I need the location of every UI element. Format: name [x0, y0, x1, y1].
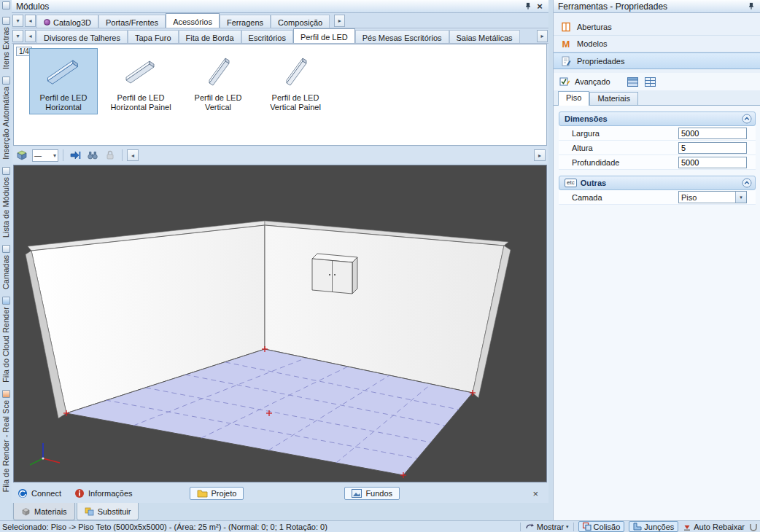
group-header-dimensoes[interactable]: Dimensões: [559, 112, 756, 126]
lock-icon[interactable]: [103, 149, 117, 162]
tab-label: Acessórios: [173, 17, 212, 26]
group-header-outras[interactable]: etc Outras: [559, 176, 756, 190]
chevron-down-icon: ▾: [735, 192, 746, 203]
modules-panel-title: Módulos: [15, 1, 522, 12]
tabrow2-dropdown-icon[interactable]: ▾: [12, 30, 23, 42]
properties-content: Avançado Piso Materiais: [554, 73, 760, 520]
sidebar-tab-camadas[interactable]: Camadas: [1, 245, 10, 289]
tab-label: Tapa Furo: [135, 34, 171, 42]
prop-row-altura: Altura: [559, 141, 756, 155]
tabrow1-scroll-left-icon[interactable]: ◂: [25, 15, 36, 27]
nav-item-propriedades[interactable]: Propriedades: [554, 52, 760, 69]
properties-panel: Ferramentas - Propriedades Aberturas M M…: [553, 0, 760, 520]
tab-tapa-furo[interactable]: Tapa Furo: [128, 30, 179, 43]
collapse-chevron-icon[interactable]: [741, 114, 752, 125]
auto-rebaixar-toggle[interactable]: Auto Rebaixar: [683, 523, 745, 531]
sidebar-tab-itens-extras[interactable]: Itens Extras: [1, 17, 10, 69]
items-scroll-left-icon[interactable]: ◂: [127, 149, 139, 161]
tab-ferragens[interactable]: Ferragens: [220, 15, 271, 28]
snap-icon[interactable]: [749, 523, 758, 531]
status-separator: [520, 523, 521, 531]
tab-portas-frentes[interactable]: Portas/Frentes: [98, 15, 166, 28]
tab-perfil-de-led[interactable]: Perfil de LED: [293, 28, 355, 43]
sidebar-tab-insercao-automatica[interactable]: Inserção Automática: [1, 77, 10, 160]
camada-dropdown[interactable]: Piso ▾: [678, 191, 747, 203]
led-profile-icon: [186, 51, 250, 92]
tab-label: Portas/Frentes: [106, 18, 158, 27]
tab-materiais[interactable]: Materiais: [13, 503, 75, 520]
catalog-item-led-vertical-painel[interactable]: Perfil de LED Vertical Painel: [262, 49, 329, 114]
nav-item-label: Propriedades: [577, 57, 624, 66]
tab-divisores-talheres[interactable]: Divisores de Talheres: [36, 30, 128, 43]
vp-tab-label: Fundos: [365, 489, 392, 498]
fundos-button[interactable]: Fundos: [344, 487, 400, 500]
catalog-item-led-horizontal[interactable]: Perfil de LED Horizontal: [30, 49, 97, 114]
tab-catalog3d[interactable]: Catalog3D: [36, 15, 98, 28]
nav-item-aberturas[interactable]: Aberturas: [554, 19, 760, 36]
chevron-down-icon: ▾: [566, 524, 569, 530]
pin-icon[interactable]: [522, 1, 534, 12]
colisao-toggle[interactable]: Colisão: [578, 521, 625, 532]
module-3d-icon[interactable]: [15, 149, 29, 162]
aberturas-icon: [561, 22, 571, 32]
tab-escritorios[interactable]: Escritórios: [241, 30, 293, 43]
3d-viewport[interactable]: [13, 165, 547, 482]
collapse-chevron-icon[interactable]: [741, 178, 752, 189]
prop-row-profundidade: Profundidade: [559, 155, 756, 170]
sidebar-tab-fila-render-real[interactable]: Fila de Render - Real Sce: [1, 390, 10, 493]
items-scroll-track[interactable]: [141, 149, 531, 161]
tab-label: Escritórios: [249, 34, 286, 42]
sidebar-tab-fila-cloud-render[interactable]: Fila do Cloud Render: [1, 297, 10, 383]
led-profile-icon: [109, 51, 173, 92]
viewport-close-icon[interactable]: ×: [528, 488, 543, 499]
juncoes-toggle[interactable]: Junções: [629, 521, 678, 532]
projeto-button[interactable]: Projeto: [190, 487, 244, 500]
connect-button[interactable]: Connect: [18, 488, 61, 498]
tab-label: Saias Metálicas: [457, 34, 513, 42]
avancado-icon: [559, 77, 570, 87]
close-icon[interactable]: ×: [534, 1, 546, 12]
dock-top-icon[interactable]: [2, 1, 10, 9]
largura-field[interactable]: [678, 128, 747, 139]
items-scroll-right-icon[interactable]: ▸: [534, 149, 546, 161]
tab-label: Catalog3D: [53, 18, 91, 27]
mostrar-dropdown[interactable]: Mostrar ▾: [525, 523, 569, 531]
informacoes-button[interactable]: Informações: [74, 488, 133, 498]
altura-field[interactable]: [678, 142, 747, 154]
search-binoculars-icon[interactable]: [85, 149, 100, 162]
profundidade-field[interactable]: [678, 157, 747, 168]
nav-item-modelos[interactable]: M Modelos: [554, 36, 760, 52]
tab-acessorios[interactable]: Acessórios: [166, 13, 220, 28]
tab-saias-metalicas[interactable]: Saias Metálicas: [449, 30, 520, 43]
cloud-render-icon: [2, 297, 10, 305]
catalog-item-label: Perfil de LED Horizontal Painel: [109, 93, 173, 112]
tabrow1-dropdown-icon[interactable]: ▾: [12, 15, 23, 27]
tab-piso[interactable]: Piso: [558, 91, 589, 106]
sidebar-tab-lista-de-modulos[interactable]: Lista de Módulos: [1, 167, 10, 238]
tab-materiais-prop[interactable]: Materiais: [589, 92, 638, 105]
tabrow2-scroll-left-icon[interactable]: ◂: [25, 30, 36, 42]
tab-fita-de-borda[interactable]: Fita de Borda: [179, 30, 241, 43]
alphabetical-view-icon[interactable]: [644, 76, 657, 87]
room-3d-svg[interactable]: [14, 165, 547, 482]
mostrar-label: Mostrar: [537, 523, 564, 531]
advanced-toolbar: Avançado: [554, 73, 760, 90]
line-style-dropdown[interactable]: — ▾: [32, 149, 58, 162]
pin-icon[interactable]: [745, 1, 757, 12]
pb-tab-label: Materiais: [34, 507, 67, 516]
tab-substituir[interactable]: Substituir: [77, 503, 139, 520]
tab-pes-mesas-escritorios[interactable]: Pés Mesas Escritórios: [355, 30, 449, 43]
catalog-item-led-vertical[interactable]: Perfil de LED Vertical: [185, 49, 252, 114]
wall-cabinet[interactable]: [312, 254, 357, 294]
sidebar-tab-label: Inserção Automática: [1, 87, 10, 160]
categorized-view-icon[interactable]: [627, 76, 640, 87]
tab-label: Divisores de Talheres: [44, 34, 120, 42]
catalog-item-led-horizontal-painel[interactable]: Perfil de LED Horizontal Painel: [107, 49, 174, 114]
left-dock-strip: Itens Extras Inserção Automática Lista d…: [0, 0, 12, 520]
vp-tab-label: Informações: [88, 489, 133, 498]
tabrow2-scroll-right-icon[interactable]: ▸: [537, 30, 548, 42]
insert-module-icon[interactable]: [68, 149, 82, 162]
auto-rebaixar-icon: [683, 523, 691, 531]
tabrow1-scroll-right-icon[interactable]: ▸: [334, 15, 345, 27]
tab-composicao[interactable]: Composição: [271, 15, 330, 28]
